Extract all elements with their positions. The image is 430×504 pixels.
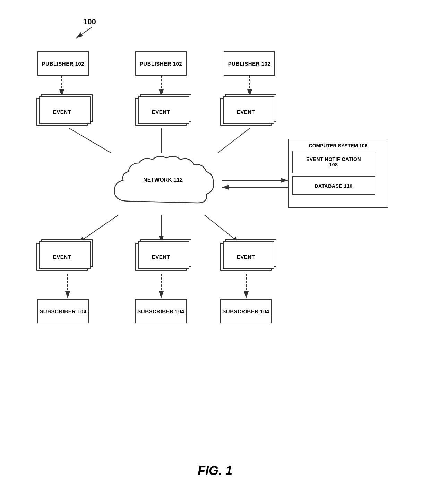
event-2-box: EVENT — [135, 98, 187, 126]
network-cloud: NETWORK 112 — [108, 153, 218, 215]
figure-label: FIG. 1 — [198, 463, 232, 478]
database-box: DATABASE 110 — [292, 176, 375, 195]
subscriber-2-box: SUBSCRIBER 104 — [135, 299, 187, 323]
subscriber-3-box: SUBSCRIBER 104 — [220, 299, 272, 323]
network-cloud-label: NETWORK 112 — [108, 177, 218, 183]
publisher-1-box: PUBLISHER 102 — [37, 51, 89, 76]
svg-line-16 — [76, 27, 92, 38]
subscriber-1-box: SUBSCRIBER 104 — [37, 299, 89, 323]
event-4-box: EVENT — [36, 243, 88, 271]
event-3-box: EVENT — [220, 98, 272, 126]
publisher-3-box: PUBLISHER 102 — [224, 51, 275, 76]
diagram-container: 100 PUBLISHER 102 PUBLISHER 102 PUBLISHE… — [0, 0, 430, 504]
computer-system-title: COMPUTER SYSTEM 106 — [292, 143, 384, 148]
event-5-box: EVENT — [135, 243, 187, 271]
ref-100-label: 100 — [83, 17, 96, 26]
event-notification-box: EVENT NOTIFICATION 108 — [292, 151, 375, 173]
publisher-2-box: PUBLISHER 102 — [135, 51, 187, 76]
event-6-box: EVENT — [220, 243, 272, 271]
computer-system-outer-box: COMPUTER SYSTEM 106 EVENT NOTIFICATION 1… — [288, 139, 388, 208]
event-1-box: EVENT — [36, 98, 88, 126]
